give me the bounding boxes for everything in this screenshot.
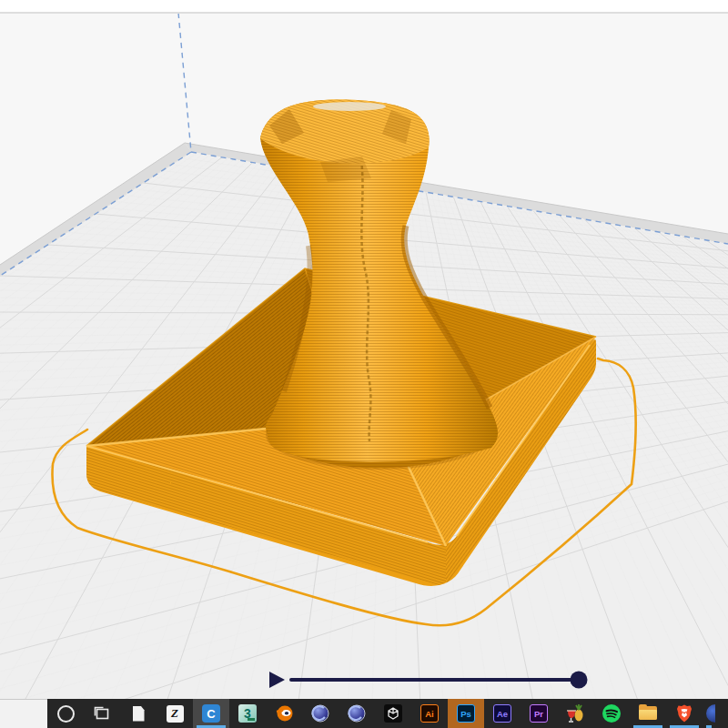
cinema-4d-icon	[310, 703, 330, 723]
cocktail-icon	[564, 703, 586, 723]
cortana-icon	[57, 705, 75, 723]
photoshop-glyph: Ps	[460, 709, 471, 719]
cura-glyph: C	[207, 707, 215, 721]
taskbar-icon-spotify[interactable]	[593, 699, 630, 728]
illustrator-icon: Ai	[420, 704, 439, 723]
cura-icon: C	[202, 704, 220, 723]
taskbar-icon-photoshop[interactable]: Ps	[448, 699, 484, 728]
taskbar-icon-unity[interactable]	[375, 699, 411, 728]
window-top-strip	[0, 0, 728, 14]
cura-preview-screen: Z C 3	[0, 0, 728, 728]
spotify-icon	[602, 703, 622, 723]
document-icon	[133, 706, 145, 722]
taskbar-icon-cinema-4d-2[interactable]	[339, 699, 375, 728]
taskbar-icon-illustrator[interactable]: Ai	[411, 699, 448, 728]
task-view-icon	[93, 704, 111, 723]
taskbar-icon-cura[interactable]: C	[193, 699, 229, 728]
brave-icon	[674, 703, 694, 723]
taskbar-items: Z C 3	[47, 699, 728, 728]
premiere-glyph: Pr	[534, 709, 543, 719]
layer-slider-handle[interactable]	[571, 672, 588, 689]
taskbar-icon-cortana[interactable]	[47, 699, 84, 728]
windows-taskbar: Z C 3	[0, 699, 728, 728]
cinema-4d-icon	[347, 703, 367, 723]
taskbar-icon-notepad[interactable]	[120, 699, 157, 728]
illustrator-glyph: Ai	[425, 709, 434, 719]
viewport-3d[interactable]	[0, 0, 728, 728]
unity-icon	[383, 703, 403, 723]
taskbar-icon-brave[interactable]	[666, 699, 703, 728]
photoshop-icon: Ps	[457, 704, 475, 723]
taskbar-icon-zbrush[interactable]: Z	[157, 699, 193, 728]
premiere-icon: Pr	[530, 704, 548, 723]
zbrush-icon: Z	[167, 705, 184, 723]
taskbar-icon-file-explorer[interactable]	[630, 699, 666, 728]
taskbar-icon-3ds-max[interactable]: 3	[229, 699, 266, 728]
taskbar-icon-after-effects[interactable]: Ae	[484, 699, 521, 728]
after-effects-glyph: Ae	[497, 709, 508, 719]
knob-top-surface	[313, 102, 386, 111]
taskbar-icon-premiere[interactable]: Pr	[521, 699, 557, 728]
taskbar-icon-blender[interactable]	[266, 699, 302, 728]
zbrush-glyph: Z	[171, 706, 178, 721]
overflow-app-icon	[706, 704, 715, 723]
taskbar-icon-overflow[interactable]	[703, 699, 715, 728]
after-effects-icon: Ae	[493, 704, 511, 723]
taskbar-icon-cinema-4d[interactable]	[302, 699, 339, 728]
taskbar-icon-task-view[interactable]	[84, 699, 120, 728]
taskbar-icon-cocktail[interactable]	[557, 699, 593, 728]
3ds-max-icon: 3	[238, 704, 257, 723]
taskbar-search-box[interactable]	[0, 699, 47, 728]
folder-icon	[639, 706, 657, 721]
blender-icon	[274, 703, 294, 723]
